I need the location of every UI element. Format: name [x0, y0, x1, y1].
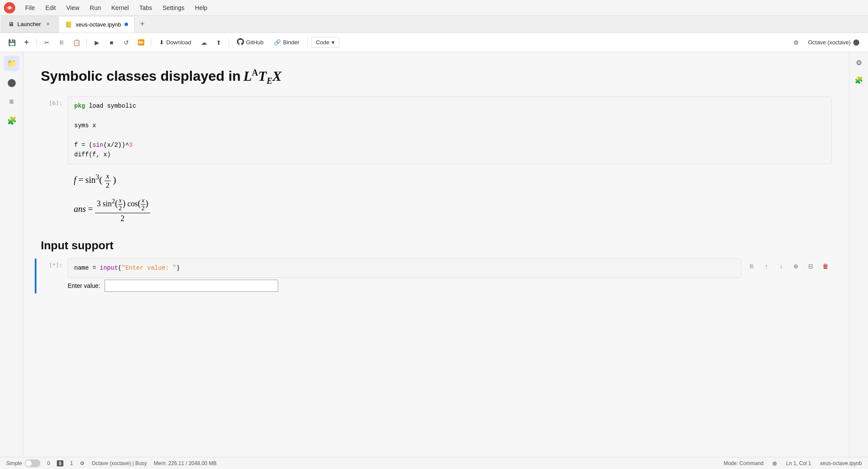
status-settings-icon: ⚙: [80, 460, 85, 466]
left-sidebar: 📁 ⬤ ≡ 🧩: [0, 52, 23, 457]
toolbar-separator-2: [86, 38, 87, 47]
tab-notebook[interactable]: 📒 xeus-octave.ipynb: [59, 16, 135, 33]
menu-settings[interactable]: Settings: [158, 3, 189, 13]
github-icon: [237, 38, 244, 46]
menu-tabs[interactable]: Tabs: [135, 3, 157, 13]
code-line-5: f = (sin(x/2))^3: [74, 140, 825, 150]
github-button[interactable]: GitHub: [233, 36, 268, 48]
new-tab-button[interactable]: +: [135, 17, 149, 31]
menu-help[interactable]: Help: [191, 3, 212, 13]
cell-2-label: [*]:: [41, 258, 62, 268]
simple-mode-toggle: Simple: [6, 459, 40, 467]
restart-button[interactable]: ↺: [120, 36, 133, 49]
sidebar-item-files[interactable]: 📁: [4, 56, 20, 71]
stop-button[interactable]: ■: [105, 36, 118, 49]
notebook-title-latex: LATEX: [243, 68, 282, 86]
binder-icon: 🔗: [274, 39, 281, 46]
statusbar: Simple 0 $ 1 ⚙ Octave (xoctave) | Busy M…: [0, 457, 868, 469]
code-line-2: [74, 111, 825, 120]
cloud-upload-button[interactable]: ⬆: [212, 36, 225, 49]
simple-toggle-track[interactable]: [25, 459, 40, 467]
str-enter-value: "Enter value: ": [122, 264, 176, 271]
toolbar-separator-3: [151, 38, 151, 47]
toolbar-separator-4: [229, 38, 229, 47]
right-sidebar: ⚙ 🧩: [849, 52, 868, 457]
cell-1-content: pkg load symbolic syms x f = (sin(x/2))^…: [68, 96, 832, 164]
func-sin: sin: [92, 142, 103, 149]
cell-1-math-label: [41, 168, 62, 171]
math-output-1: f = sin3( x 2 ): [74, 172, 150, 190]
toolbar-separator-5: [307, 38, 308, 47]
code-line-6: diff(f, x): [74, 150, 825, 159]
tab-launcher[interactable]: 🖥 Launcher ✕: [2, 16, 58, 33]
merge-cell-button[interactable]: ⊟: [805, 260, 817, 272]
cell-1-math-output: f = sin3( x 2 ) ans = 3 sin2(x2) cos(x2): [41, 168, 832, 228]
mode-display: Mode: Command: [723, 460, 763, 466]
cloud-save-button[interactable]: ☁: [197, 36, 210, 49]
right-gear-icon[interactable]: ⚙: [852, 56, 866, 69]
kernel-busy-status: Octave (xoctave) | Busy: [92, 460, 147, 466]
simple-mode-label: Simple: [6, 460, 22, 466]
cell-1-code[interactable]: pkg load symbolic syms x f = (sin(x/2))^…: [68, 96, 832, 164]
menu-run[interactable]: Run: [85, 3, 105, 13]
cut-button[interactable]: ✂: [40, 36, 53, 49]
kernel-status-indicator: [853, 40, 859, 46]
move-cell-down-button[interactable]: ↓: [775, 260, 787, 272]
launcher-tab-close[interactable]: ✕: [44, 21, 51, 28]
toolbar-settings-button[interactable]: ⚙: [790, 36, 803, 49]
notebook-tab-label: xeus-octave.ipynb: [76, 21, 121, 28]
num-3: 3: [129, 142, 132, 149]
filename-display: xeus-octave.ipynb: [820, 460, 862, 466]
sidebar-item-running[interactable]: ⬤: [4, 75, 20, 90]
menu-file[interactable]: File: [21, 3, 39, 13]
cell-2: [*]: name = input("Enter value: ") ⎘ ↑ ↓…: [41, 258, 832, 293]
notebook-tab-icon: 📒: [65, 21, 72, 28]
download-button[interactable]: ⬇ Download: [155, 37, 196, 47]
add-cell-button[interactable]: +: [20, 36, 33, 49]
github-label: GitHub: [246, 39, 263, 46]
cell-1: [6]: pkg load symbolic syms x f = (sin(x…: [41, 96, 832, 164]
cell-type-select[interactable]: Code ▾: [311, 37, 339, 48]
copy-button[interactable]: ⎘: [55, 36, 68, 49]
copy-cell-button[interactable]: ⎘: [746, 260, 758, 272]
notebook-title-text: Symbolic classes displayed in: [41, 68, 241, 84]
run-button[interactable]: ▶: [90, 36, 103, 49]
kernel-info: Octave (xoctave): [805, 37, 863, 47]
paste-button[interactable]: 📋: [70, 36, 83, 49]
download-label: Download: [166, 39, 191, 46]
notebook-area: Symbolic classes displayed in LATEX [6]:…: [23, 52, 849, 457]
code-line-input: name = input("Enter value: "): [74, 263, 735, 273]
main-layout: 📁 ⬤ ≡ 🧩 Symbolic classes displayed in LA…: [0, 52, 868, 457]
move-cell-up-button[interactable]: ↑: [760, 260, 773, 272]
menu-kernel[interactable]: Kernel: [107, 3, 133, 13]
cell-1-output: f = sin3( x 2 ) ans = 3 sin2(x2) cos(x2): [68, 168, 156, 228]
cell-2-input-row: Enter value:: [68, 278, 832, 294]
cell-2-toolbar: ⎘ ↑ ↓ ⊕ ⊟ 🗑: [746, 260, 832, 272]
cell-1-label: [6]:: [41, 96, 62, 106]
tabbar: 🖥 Launcher ✕ 📒 xeus-octave.ipynb +: [0, 16, 868, 33]
active-cell-indicator: [35, 258, 36, 293]
menu-view[interactable]: View: [62, 3, 84, 13]
menu-edit[interactable]: Edit: [41, 3, 60, 13]
cell-2-code[interactable]: name = input("Enter value: "): [68, 258, 741, 277]
code-line-3: syms x: [74, 121, 825, 130]
notebook-title-heading: Symbolic classes displayed in LATEX: [41, 68, 832, 86]
cell-2-content: name = input("Enter value: ") ⎘ ↑ ↓ ⊕ ⊟ …: [68, 258, 832, 293]
binder-button[interactable]: 🔗 Binder: [270, 37, 304, 47]
cell-type-label: Code: [316, 39, 329, 46]
statusbar-right: Mode: Command ⊗ Ln 1, Col 1 xeus-octave.…: [723, 460, 862, 467]
sidebar-item-toc[interactable]: ≡: [4, 94, 20, 109]
simple-toggle-thumb: [26, 460, 32, 466]
section-2-title: Input support: [41, 239, 114, 252]
code-line-4: [74, 130, 825, 140]
right-extension-icon[interactable]: 🧩: [852, 73, 866, 87]
add-cell-above-button[interactable]: ⊕: [790, 260, 802, 272]
menubar: File Edit View Run Kernel Tabs Settings …: [0, 0, 868, 16]
save-button[interactable]: 💾: [5, 36, 18, 49]
delete-cell-button[interactable]: 🗑: [819, 260, 832, 272]
fast-forward-button[interactable]: ⏩: [135, 36, 148, 49]
sidebar-item-extensions[interactable]: 🧩: [4, 113, 20, 129]
section-2-heading: Input support: [41, 239, 832, 252]
enter-value-input[interactable]: [105, 280, 278, 292]
toolbar: 💾 + ✂ ⎘ 📋 ▶ ■ ↺ ⏩ ⬇ Download ☁ ⬆ GitHub …: [0, 33, 868, 52]
